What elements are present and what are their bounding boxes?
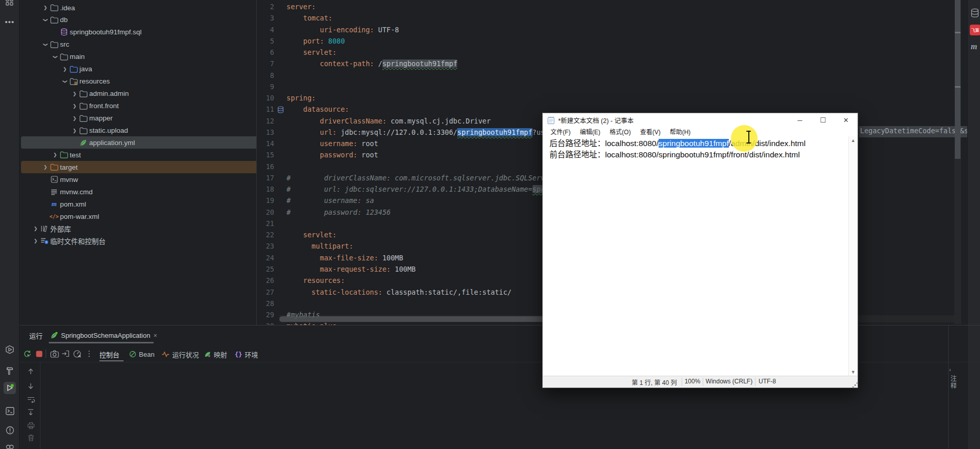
plugin-badge-label: 飞算 [971, 27, 979, 33]
tree-item-springbootuh91fmpf.sql[interactable]: springbootuh91fmpf.sql [19, 26, 257, 38]
maximize-button[interactable]: ☐ [811, 113, 834, 127]
terminal-icon[interactable] [4, 405, 16, 417]
tree-item-java[interactable]: ❯java [19, 63, 257, 75]
notepad-scrollbar[interactable]: ▲ ▼ [848, 136, 858, 376]
scroll-to-end-icon[interactable] [26, 407, 35, 417]
datasource-gutter-icon[interactable] [277, 106, 284, 113]
scroll-down-icon[interactable] [26, 381, 35, 391]
plugin-badge-icon[interactable]: 飞算 [970, 25, 980, 35]
folder-icon [79, 114, 88, 123]
soft-wrap-icon[interactable] [26, 395, 35, 404]
menu-item-1[interactable]: 编辑(E) [575, 127, 605, 136]
chevron-expanded-icon[interactable]: ❯ [43, 40, 48, 49]
view-tab-console[interactable]: 控制台 [99, 349, 119, 360]
view-tab-pulse[interactable]: 运行状况 [161, 349, 199, 360]
code-line-13: url: jdbc:mysql://127.0.0.1:3306/springb… [287, 128, 545, 136]
chevron-expanded-icon[interactable]: ❯ [43, 15, 48, 24]
chevron-collapsed-icon[interactable]: ❯ [60, 67, 69, 72]
chevron-expanded-icon[interactable]: ❯ [53, 52, 58, 61]
chevron-collapsed-icon[interactable]: ❯ [51, 152, 59, 157]
tree-item-db[interactable]: ❯db [19, 14, 257, 26]
chevron-expanded-icon[interactable]: ❯ [63, 77, 68, 86]
rerun-button[interactable] [22, 348, 33, 359]
editor-vertical-scrollbar-thumb[interactable] [955, 0, 961, 159]
tree-item-application.yml[interactable]: application.yml [19, 136, 257, 149]
profiler-icon[interactable] [4, 441, 16, 449]
services-icon[interactable] [4, 343, 16, 356]
folder-java-icon [69, 65, 78, 73]
chevron-collapsed-icon[interactable]: ❯ [70, 116, 79, 121]
menu-item-0[interactable]: 文件(F) [546, 127, 575, 136]
tree-item-test[interactable]: ❯test [19, 149, 257, 161]
close-button[interactable]: ✕ [834, 113, 858, 127]
tree-item-resources[interactable]: ❯resources [19, 75, 257, 88]
line-number: 9 [257, 83, 274, 91]
tree-item-main[interactable]: ❯main [19, 51, 257, 63]
folder-resources-icon [69, 77, 78, 86]
collapse-chevron-icon[interactable]: ‹ [949, 367, 951, 373]
tree-item-pom.xml[interactable]: mpom.xml [19, 198, 257, 210]
print-icon[interactable] [26, 421, 35, 430]
view-tab-label: 映射 [214, 350, 227, 359]
database-toolwindow-icon[interactable] [970, 8, 979, 18]
tree-item--[interactable]: ❯临时文件和控制台 [19, 235, 257, 247]
clear-trash-icon[interactable] [26, 433, 35, 442]
notepad-statusbar: 第 1 行, 第 40 列 100% Windows (CRLF) UTF-8 [543, 376, 858, 387]
scrollbar-down-icon[interactable]: ▼ [849, 370, 858, 375]
stop-button[interactable] [33, 348, 45, 359]
tree-item-label: front.front [89, 102, 119, 110]
maven-toolwindow-icon[interactable]: m [971, 42, 977, 51]
tree-item-target[interactable]: ❯target [19, 161, 257, 173]
notepad-text-area[interactable]: 后台路径地址：localhost:8080/springbootuh91fmpf… [543, 136, 849, 376]
line-number: 3 [257, 14, 274, 22]
tree-item-static.upload[interactable]: ❯static.upload [19, 125, 257, 137]
chevron-collapsed-icon[interactable]: ❯ [70, 104, 79, 109]
code-line-25: max-request-size: 100MB [287, 265, 416, 273]
minimize-button[interactable]: ─ [788, 113, 811, 127]
tree-item-src[interactable]: ❯src [19, 38, 257, 51]
project-structure-icon[interactable] [4, 0, 16, 8]
line-number: 19 [257, 196, 274, 205]
tree-item--[interactable]: ❯外部库 [19, 222, 257, 235]
tree-item-.idea[interactable]: ❯.idea [19, 2, 257, 14]
tree-item-mvnw[interactable]: mvnw [19, 173, 257, 186]
view-tab-bean[interactable]: Bean [129, 349, 154, 360]
tree-item-front.front[interactable]: ❯front.front [19, 100, 257, 112]
run-configuration-tab[interactable]: SpringbootSchemaApplication × [50, 329, 157, 341]
chevron-collapsed-icon[interactable]: ❯ [31, 226, 40, 231]
chevron-collapsed-icon[interactable]: ❯ [41, 5, 50, 10]
attach-debugger-icon[interactable] [60, 348, 71, 359]
tree-item-label: src [60, 40, 69, 48]
thread-dump-camera-icon[interactable] [49, 348, 60, 359]
tree-item-pom-war.xml[interactable]: </>pom-war.xml [19, 210, 257, 222]
tree-item-mvnw.cmd[interactable]: mvnw.cmd [19, 186, 257, 198]
build-icon[interactable] [4, 364, 16, 377]
line-number: 21 [257, 219, 274, 228]
more-toolwindows-icon[interactable]: ••• [4, 15, 16, 28]
scrollbar-up-icon[interactable]: ▲ [849, 138, 858, 143]
run-toolwindow-icon[interactable] [4, 382, 16, 394]
tree-item-admin.admin[interactable]: ❯admin.admin [19, 88, 257, 100]
tree-item-label: mapper [89, 114, 113, 122]
chevron-collapsed-icon[interactable]: ❯ [31, 238, 40, 243]
menu-item-2[interactable]: 格式(O) [605, 127, 635, 136]
editor-horizontal-scrollbar-thumb[interactable] [279, 316, 544, 322]
problems-icon[interactable] [4, 424, 16, 436]
view-tab-mapping[interactable]: 映射 [204, 349, 227, 360]
close-tab-icon[interactable]: × [153, 332, 157, 339]
chevron-collapsed-icon[interactable]: ❯ [70, 128, 79, 133]
tree-item-label: main [70, 53, 85, 60]
chevron-collapsed-icon[interactable]: ❯ [41, 165, 50, 170]
menu-item-4[interactable]: 帮助(H) [665, 127, 696, 136]
more-options-kebab-icon[interactable]: ⋮ [84, 348, 95, 359]
comments-stripe-label[interactable]: 注释 [949, 375, 957, 390]
gauge-icon[interactable] [71, 348, 83, 359]
tree-item-mapper[interactable]: ❯mapper [19, 112, 257, 125]
notepad-window[interactable]: *新建文本文档 (2) - 记事本 ─ ☐ ✕ 文件(F)编辑(E)格式(O)查… [542, 113, 858, 388]
menu-item-3[interactable]: 查看(V) [636, 127, 665, 136]
view-tab-braces[interactable]: {}环境 [235, 349, 258, 360]
run-panel-title: 运行 [29, 331, 43, 340]
resize-grip[interactable] [854, 384, 856, 386]
scroll-up-icon[interactable] [26, 367, 35, 376]
chevron-collapsed-icon[interactable]: ❯ [70, 91, 79, 96]
